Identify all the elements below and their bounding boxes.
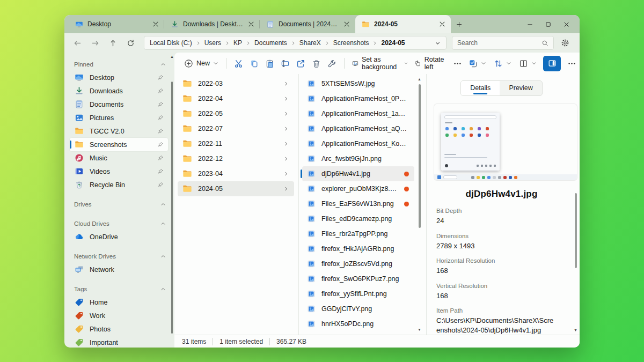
back-button[interactable]	[70, 35, 85, 50]
folder-row-2022-12[interactable]: 2022-12	[178, 151, 294, 166]
file-row-firefox-fhkjajagrb-png[interactable]: firefox_fHkJAjAGRb.png	[302, 241, 414, 256]
files-scrollbar[interactable]	[419, 84, 421, 228]
sidebar-item-desktop[interactable]: Desktop	[70, 71, 168, 84]
file-row-hnrhx5opdc-png[interactable]: hnrHX5oPDc.png	[302, 316, 414, 331]
breadcrumb-segment[interactable]: KP	[233, 39, 242, 47]
sidebar-item-network[interactable]: Network	[70, 263, 168, 276]
tab-preview[interactable]: Preview	[500, 81, 541, 95]
section-label: Pinned	[74, 61, 93, 68]
sidebar-item-downloads[interactable]: Downloads	[70, 84, 168, 98]
tab-close-icon[interactable]	[343, 20, 350, 28]
file-row-arc-fwsbt9gjjn-png[interactable]: Arc_fwsbt9GjJn.png	[302, 151, 414, 166]
files-scroll-up-icon[interactable]: ▲	[418, 77, 421, 81]
search-input[interactable]: Search	[452, 36, 554, 50]
minimize-button[interactable]	[521, 15, 539, 33]
section-header-tags[interactable]: Tags	[70, 283, 174, 295]
tab-close-icon[interactable]	[438, 20, 446, 28]
forward-button[interactable]	[87, 35, 103, 50]
new-tab-button[interactable]	[451, 15, 467, 33]
details-scrollbar[interactable]	[575, 193, 577, 268]
chevron-down-icon[interactable]	[435, 40, 441, 46]
folder-row-2023-04[interactable]: 2023-04	[178, 166, 294, 181]
details-pane-toggle[interactable]	[543, 56, 561, 71]
file-row-ggdyjcitvy-png[interactable]: GGDyjCiTvY.png	[302, 301, 414, 316]
file-row-djdp6hw4v1-jpg[interactable]: djDp6Hw4v1.jpg	[302, 166, 414, 181]
breadcrumb-segment[interactable]: Users	[204, 39, 221, 47]
sidebar-item-pictures[interactable]: Pictures	[70, 111, 168, 124]
file-row-applicationframehost-aqcqbmg[interactable]: ApplicationFrameHost_aQcqBMG...	[302, 121, 414, 136]
sidebar-item-tgcc-v2-0[interactable]: TGCC V2.0	[70, 124, 168, 138]
close-button[interactable]	[557, 15, 575, 33]
sidebar-item-videos[interactable]: Videos	[70, 165, 168, 178]
rename-button[interactable]	[277, 55, 293, 71]
properties-button[interactable]	[324, 55, 340, 71]
cut-button[interactable]	[231, 55, 246, 71]
settings-button[interactable]	[557, 35, 573, 50]
sidebar-scrollbar[interactable]	[171, 82, 173, 334]
tab-close-icon[interactable]	[247, 20, 255, 28]
select-button[interactable]	[465, 55, 489, 71]
tab-documents-2024-05[interactable]: Documents | 2024-05	[260, 15, 355, 33]
breadcrumb[interactable]: Local Disk (C:) Users KP Documents Share…	[144, 36, 447, 50]
set-as-background-button[interactable]: Set as background	[349, 55, 411, 71]
breadcrumb-segment[interactable]: Documents	[254, 39, 287, 47]
tab-details[interactable]: Details	[461, 81, 500, 95]
sidebar-item-music[interactable]: Music	[70, 151, 168, 165]
folder-row-2022-05[interactable]: 2022-05	[178, 106, 294, 121]
file-row-firefox-jozbscv5vd-png[interactable]: firefox_joZBscv5Vd.png	[302, 256, 414, 271]
file-row-applicationframehost-1aycbz1b[interactable]: ApplicationFrameHost_1aYCbz1b...	[302, 106, 414, 121]
section-header-drives[interactable]: Drives	[70, 198, 174, 211]
sidebar-item-photos[interactable]: Photos	[70, 322, 168, 336]
section-header-cloud-drives[interactable]: Cloud Drives	[70, 217, 174, 230]
tab-close-icon[interactable]	[152, 20, 159, 28]
maximize-button[interactable]	[539, 15, 557, 33]
sidebar-item-recycle-bin[interactable]: Recycle Bin	[70, 178, 168, 191]
tab-downloads-desktop[interactable]: Downloads | Desktop	[164, 15, 260, 33]
section-header-network-drives[interactable]: Network Drives	[70, 250, 174, 263]
sidebar-item-onedrive[interactable]: OneDrive	[70, 230, 168, 243]
copy-button[interactable]	[246, 55, 262, 71]
file-row-files-eafs6vw13n-png[interactable]: Files_EaFS6vW13n.png	[302, 196, 414, 211]
more-options-button[interactable]	[564, 55, 580, 71]
file-row-applicationframehost-kobumsv[interactable]: ApplicationFrameHost_KoBUmsv...	[302, 136, 414, 151]
rotate-left-button[interactable]: Rotate left	[411, 55, 450, 71]
file-row-firefox-yysflflpnt-png[interactable]: firefox_yySflfLPnt.png	[302, 286, 414, 301]
sidebar-item-home[interactable]: Home	[70, 295, 168, 309]
sidebar-scroll-up-icon[interactable]: ▲	[170, 55, 174, 58]
new-button[interactable]: New	[181, 55, 222, 71]
sidebar-item-documents[interactable]: Documents	[70, 98, 168, 111]
delete-button[interactable]	[309, 55, 324, 71]
refresh-button[interactable]	[123, 35, 138, 50]
sidebar-item-important[interactable]: Important	[70, 336, 168, 348]
details-scroll-down-icon[interactable]: ▼	[574, 328, 577, 332]
section-header-pinned[interactable]: Pinned	[70, 58, 174, 71]
copy-icon	[250, 59, 259, 68]
folder-row-2022-03[interactable]: 2022-03	[178, 76, 294, 91]
up-button[interactable]	[105, 35, 121, 50]
folder-row-2022-07[interactable]: 2022-07	[178, 121, 294, 136]
file-row-files-rbr2atpgpp-png[interactable]: Files_rbr2aTpgPP.png	[302, 226, 414, 241]
breadcrumb-segment[interactable]: ShareX	[299, 39, 321, 47]
folder-row-2024-05[interactable]: 2024-05	[178, 181, 294, 196]
file-row-applicationframehost-0pua4qq[interactable]: ApplicationFrameHost_0PuA4QQ...	[302, 91, 414, 106]
share-button[interactable]	[293, 55, 309, 71]
sort-button[interactable]	[491, 55, 515, 71]
file-row-explorer-puobm3kjz8-png[interactable]: explorer_puObM3Kjz8.png	[302, 181, 414, 196]
folder-row-2022-04[interactable]: 2022-04	[178, 91, 294, 106]
breadcrumb-segment[interactable]: Local Disk (C:)	[150, 39, 192, 47]
folder-row-2022-11[interactable]: 2022-11	[178, 136, 294, 151]
sidebar-item-work[interactable]: Work	[70, 309, 168, 322]
file-row-files-edd9camezp-png[interactable]: Files_edD9camezp.png	[302, 211, 414, 226]
maximize-icon	[545, 21, 552, 28]
tab-desktop[interactable]: Desktop	[69, 15, 164, 33]
paste-button[interactable]	[262, 55, 277, 71]
breadcrumb-segment[interactable]: Screenshots	[333, 39, 369, 47]
more-commands-button[interactable]	[450, 55, 465, 71]
tab-2024-05[interactable]: 2024-05	[355, 15, 451, 33]
sidebar-item-screenshots[interactable]: Screenshots	[70, 138, 168, 151]
layout-button[interactable]	[516, 55, 540, 71]
breadcrumb-segment[interactable]: 2024-05	[381, 39, 405, 47]
file-row-firefox-swo6pkpuz7-png[interactable]: firefox_SwO6PKPuz7.png	[302, 271, 414, 286]
file-row-5xttsemssw-jpg[interactable]: 5XTtSEMSsW.jpg	[302, 76, 414, 91]
files-scroll-down-icon[interactable]: ▼	[418, 328, 421, 331]
